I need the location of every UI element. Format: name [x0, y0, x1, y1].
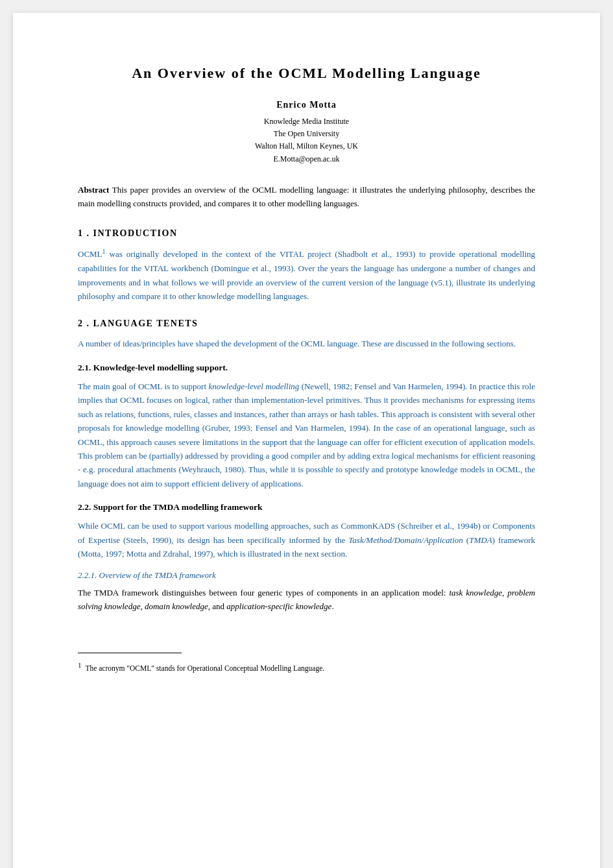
footnote-divider [78, 653, 182, 653]
footnote-num: 1 [78, 661, 82, 669]
document-title: An Overview of the OCML Modelling Langua… [78, 65, 535, 82]
abstract-label: Abstract [78, 185, 109, 195]
subsubsection-2-2-1: 2.2.1. Overview of the TMDA framework Th… [78, 570, 535, 614]
section1-ocml-ref: OCML [78, 250, 102, 259]
section1-para1-rest: was originally developed in the context … [78, 250, 535, 301]
tmda-task: task knowledge [449, 588, 502, 597]
subsection-2-1-para1: The main goal of OCML is to support know… [78, 380, 535, 491]
section1-para1: OCML1 was originally developed in the co… [78, 247, 535, 303]
subsection-2-2-para1: While OCML can be used to support variou… [78, 519, 535, 561]
sub22-italic: Task/Method/Domain/Application [348, 535, 463, 545]
tmda-domain: domain knowledge [145, 601, 208, 611]
section2-intro-colored: A number of ideas/principles have shaped… [78, 339, 516, 348]
subsection-2-1-heading: 2.1. Knowledge-level modelling support. [78, 363, 535, 373]
sub21-colored-start: The main goal of OCML is to support [78, 381, 208, 391]
subsubsection-2-2-1-para1: The TMDA framework distinguishes between… [78, 586, 535, 614]
abstract-text: This paper provides an overview of the O… [78, 185, 535, 208]
sub21-colored-mid: (Newell, 1982; Fensel and Van Harmelen, … [78, 381, 535, 488]
abstract-block: Abstract This paper provides an overview… [78, 184, 535, 211]
footnote-1: 1The acronym "OCML" stands for Operation… [78, 660, 535, 674]
author-name: Enrico Motta [78, 100, 535, 110]
footnote-text: The acronym "OCML" stands for Operationa… [86, 664, 325, 671]
affiliation-block: Knowledge Media Institute The Open Unive… [78, 115, 535, 165]
sub22-tmda: ( [463, 535, 469, 545]
sub22-tmda-italic: TMDA [469, 535, 492, 545]
sub21-italic: knowledge-level modelling [208, 381, 299, 391]
section2-intro: A number of ideas/principles have shaped… [78, 337, 535, 350]
tmda-app: application-specific knowledge [226, 601, 331, 611]
affiliation-line2: The Open University [78, 128, 535, 140]
affiliation-line3: Walton Hall, Milton Keynes, UK [78, 140, 535, 152]
subsection-2-2-heading: 2.2. Support for the TMDA modelling fram… [78, 502, 535, 512]
section2-heading: 2 . LANGUAGE TENETS [78, 319, 535, 329]
document-page: An Overview of the OCML Modelling Langua… [13, 13, 600, 868]
affiliation-line4: E.Motta@open.ac.uk [78, 153, 535, 165]
subsection-2-2: 2.2. Support for the TMDA modelling fram… [78, 502, 535, 613]
section1-heading: 1 . INTRODUCTION [78, 228, 535, 239]
subsection-2-1: 2.1. Knowledge-level modelling support. … [78, 363, 535, 491]
subsubsection-2-2-1-heading: 2.2.1. Overview of the TMDA framework [78, 570, 535, 581]
section1: 1 . INTRODUCTION OCML1 was originally de… [78, 228, 535, 303]
section2: 2 . LANGUAGE TENETS A number of ideas/pr… [78, 319, 535, 613]
affiliation-line1: Knowledge Media Institute [78, 115, 535, 128]
